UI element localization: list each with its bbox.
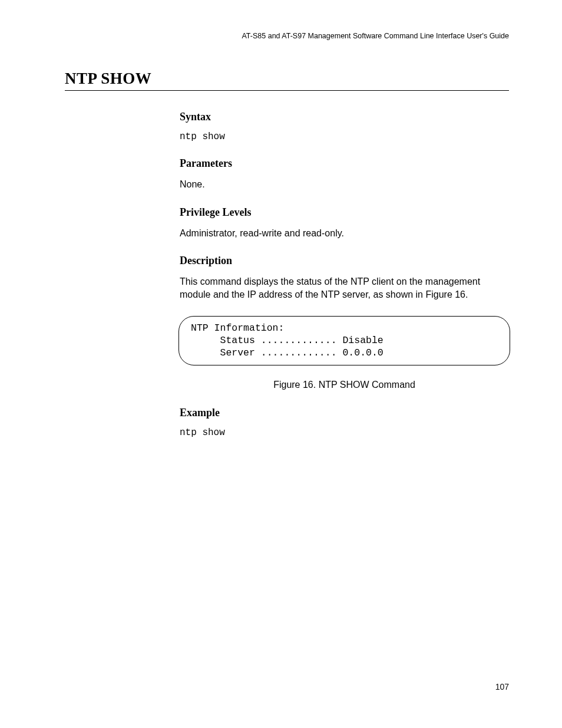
content-column: Syntax ntp show Parameters None. Privile…	[180, 111, 509, 438]
parameters-text: None.	[180, 178, 509, 191]
running-header: AT-S85 and AT-S97 Management Software Co…	[65, 32, 509, 40]
page: AT-S85 and AT-S97 Management Software Co…	[0, 0, 562, 728]
example-code: ntp show	[180, 427, 509, 438]
description-heading: Description	[180, 255, 509, 267]
page-title: NTP SHOW	[65, 70, 509, 88]
syntax-heading: Syntax	[180, 111, 509, 123]
syntax-code: ntp show	[180, 131, 509, 142]
parameters-heading: Parameters	[180, 157, 509, 170]
privilege-text: Administrator, read-write and read-only.	[180, 227, 509, 240]
description-text: This command displays the status of the …	[180, 275, 509, 301]
figure-output-box: NTP Information: Status ............. Di…	[178, 316, 510, 365]
title-rule	[65, 90, 509, 91]
page-number: 107	[495, 682, 509, 691]
example-heading: Example	[180, 407, 509, 419]
figure-caption: Figure 16. NTP SHOW Command	[180, 380, 509, 390]
privilege-heading: Privilege Levels	[180, 206, 509, 219]
